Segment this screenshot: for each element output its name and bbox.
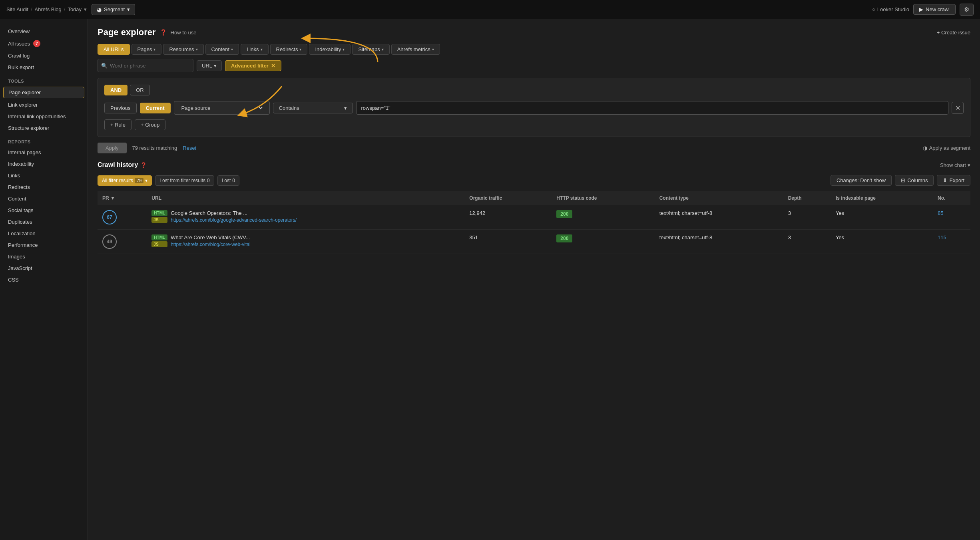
sidebar-item-internal-link-opp[interactable]: Internal link opportunities: [0, 111, 88, 122]
or-button[interactable]: OR: [130, 85, 150, 95]
results-count: 79 results matching: [132, 145, 177, 151]
page-title-row: Page explorer ❓ How to use: [98, 27, 197, 38]
cell-content-type: text/html; charset=utf-8: [655, 230, 783, 254]
col-content-type[interactable]: Content type: [655, 191, 783, 205]
show-chart-button[interactable]: Show chart ▾: [940, 162, 970, 168]
breadcrumb: Site Audit / Ahrefs Blog / Today ▾: [6, 6, 87, 12]
sidebar-item-duplicates[interactable]: Duplicates: [0, 216, 88, 228]
sidebar-item-content[interactable]: Content: [0, 193, 88, 204]
table-toolbar: All filter results 79 ▾ Lost from filter…: [98, 175, 970, 186]
export-icon: ⬇: [943, 177, 947, 183]
layout: Overview All issues 7 Crawl log Bulk exp…: [0, 19, 980, 540]
col-is-indexable[interactable]: Is indexable page: [831, 191, 933, 205]
columns-button[interactable]: ⊞ Columns: [895, 175, 934, 186]
table-right-buttons: Changes: Don't show ⊞ Columns ⬇ Export: [831, 175, 970, 186]
sidebar-item-page-explorer[interactable]: Page explorer: [3, 87, 84, 98]
all-filter-results-button[interactable]: All filter results 79 ▾: [98, 175, 152, 186]
tab-resources[interactable]: Resources▾: [163, 44, 203, 55]
sidebar-item-structure-explorer[interactable]: Structure explorer: [0, 122, 88, 134]
segment-button[interactable]: Segment ▾: [92, 4, 135, 15]
search-row: 🔍 URL ▾ Advanced filter ✕: [98, 59, 970, 72]
help-icon: ❓: [140, 162, 147, 168]
current-button[interactable]: Current: [140, 103, 171, 113]
tab-content[interactable]: Content▾: [205, 44, 239, 55]
col-url[interactable]: URL: [147, 191, 464, 205]
col-http-status[interactable]: HTTP status code: [552, 191, 654, 205]
breadcrumb-blog[interactable]: Ahrefs Blog: [35, 6, 62, 12]
url-title: Google Search Operators: The ...: [171, 210, 297, 216]
settings-button[interactable]: ⚙: [960, 4, 974, 16]
remove-rule-button[interactable]: ✕: [952, 102, 964, 114]
apply-row: Apply 79 results matching Reset ◑ Apply …: [98, 143, 970, 153]
chevron-down-icon: ▾: [145, 178, 147, 183]
tab-redirects[interactable]: Redirects▾: [270, 44, 308, 55]
advanced-filter-button[interactable]: Advanced filter ✕: [225, 60, 281, 71]
lost-from-filter-button[interactable]: Lost from filter results 0: [155, 175, 214, 186]
all-issues-badge: 7: [33, 40, 40, 47]
url-filter-button[interactable]: URL ▾: [197, 60, 222, 71]
page-source-select[interactable]: Page source: [180, 105, 264, 111]
page-title: Page explorer: [98, 27, 156, 38]
sidebar-item-css[interactable]: CSS: [0, 274, 88, 286]
contains-dropdown[interactable]: Contains ▾: [273, 103, 353, 113]
and-button[interactable]: AND: [104, 85, 127, 95]
search-input[interactable]: [110, 63, 174, 69]
pr-circle: 67: [102, 210, 117, 224]
tab-ahrefs-metrics[interactable]: Ahrefs metrics▾: [391, 44, 440, 55]
filter-value-input[interactable]: [356, 101, 948, 115]
sidebar-item-indexability[interactable]: Indexability: [0, 158, 88, 170]
js-badge: JS: [151, 217, 167, 223]
tab-pages[interactable]: Pages▾: [131, 44, 162, 55]
looker-studio-link[interactable]: ○ Looker Studio: [872, 6, 909, 12]
sidebar-item-social-tags[interactable]: Social tags: [0, 204, 88, 216]
sidebar-item-localization[interactable]: Localization: [0, 228, 88, 239]
page-source-dropdown[interactable]: Page source: [174, 101, 270, 115]
tab-links[interactable]: Links▾: [241, 44, 268, 55]
new-crawl-button[interactable]: New crawl: [913, 4, 956, 15]
status-badge: 200: [556, 210, 572, 218]
col-no[interactable]: No.: [933, 191, 970, 205]
cell-is-indexable: Yes: [831, 230, 933, 254]
changes-button[interactable]: Changes: Don't show: [831, 175, 892, 186]
url-link[interactable]: https://ahrefs.com/blog/core-web-vital: [171, 242, 250, 247]
previous-button[interactable]: Previous: [104, 103, 137, 113]
topbar-right: ○ Looker Studio New crawl ⚙: [872, 4, 974, 16]
and-or-row: AND OR: [104, 85, 964, 95]
search-input-wrap[interactable]: 🔍: [98, 59, 193, 72]
how-to-use-link[interactable]: How to use: [171, 30, 197, 36]
sidebar-item-performance[interactable]: Performance: [0, 239, 88, 251]
main-content: Page explorer ❓ How to use + Create issu…: [88, 19, 980, 540]
close-icon[interactable]: ✕: [271, 63, 275, 69]
sidebar-item-bulk-export[interactable]: Bulk export: [0, 62, 88, 73]
col-pr[interactable]: PR ▼: [98, 191, 147, 205]
create-issue-button[interactable]: + Create issue: [937, 30, 970, 36]
sidebar-item-redirects[interactable]: Redirects: [0, 181, 88, 193]
col-depth[interactable]: Depth: [783, 191, 831, 205]
apply-as-segment-button[interactable]: ◑ Apply as segment: [923, 145, 970, 151]
cell-http-status: 200: [552, 230, 654, 254]
lost-button[interactable]: Lost 0: [217, 175, 239, 186]
breadcrumb-site-audit[interactable]: Site Audit: [6, 6, 28, 12]
sidebar-item-internal-pages[interactable]: Internal pages: [0, 147, 88, 158]
status-badge: 200: [556, 234, 572, 242]
breadcrumb-today[interactable]: Today: [68, 6, 82, 12]
col-organic-traffic[interactable]: Organic traffic: [464, 191, 552, 205]
apply-button[interactable]: Apply: [98, 143, 127, 153]
sidebar-item-all-issues[interactable]: All issues 7: [0, 37, 88, 50]
url-link[interactable]: https://ahrefs.com/blog/google-advanced-…: [171, 217, 297, 223]
export-button[interactable]: ⬇ Export: [937, 175, 970, 186]
add-rule-button[interactable]: + Rule: [104, 119, 131, 130]
sidebar-item-crawl-log[interactable]: Crawl log: [0, 50, 88, 62]
tab-sitemaps[interactable]: Sitemaps▾: [352, 44, 389, 55]
add-group-button[interactable]: + Group: [135, 119, 165, 130]
tab-indexability[interactable]: Indexability▾: [309, 44, 351, 55]
reset-link[interactable]: Reset: [183, 145, 196, 151]
tab-all-urls[interactable]: All URLs: [98, 44, 130, 55]
sidebar-item-overview[interactable]: Overview: [0, 26, 88, 37]
sidebar-item-javascript[interactable]: JavaScript: [0, 262, 88, 274]
sidebar-item-link-explorer[interactable]: Link explorer: [0, 99, 88, 111]
sidebar-item-links[interactable]: Links: [0, 170, 88, 181]
cell-url: HTML JS What Are Core Web Vitals (CWV...…: [147, 230, 464, 254]
sidebar-item-images[interactable]: Images: [0, 251, 88, 262]
looker-icon: ○: [872, 6, 875, 12]
